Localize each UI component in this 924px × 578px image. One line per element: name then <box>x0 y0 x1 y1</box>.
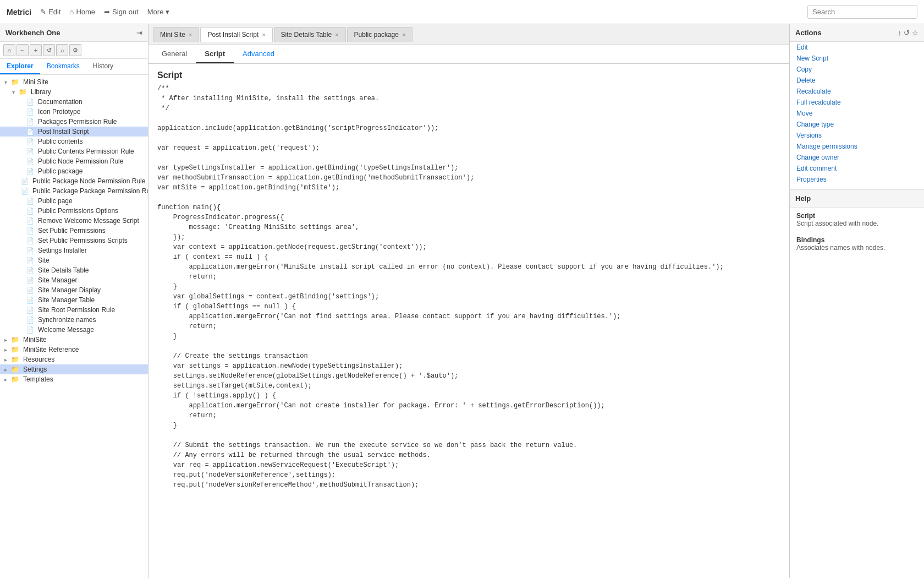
home-nav-item[interactable]: ⌂ Home <box>70 8 96 16</box>
toolbar-refresh-button[interactable]: ↺ <box>43 44 55 56</box>
action-item-properties[interactable]: Properties <box>790 174 924 185</box>
action-item-edit-comment[interactable]: Edit comment <box>790 163 924 174</box>
action-item-recalculate[interactable]: Recalculate <box>790 86 924 97</box>
expand-icon: ▾ <box>12 89 18 95</box>
tree-item-set-public-perms-scripts[interactable]: 📄Set Public Permissions Scripts <box>0 236 148 246</box>
tab-close-button[interactable]: × <box>189 31 192 38</box>
file-icon: 📄 <box>26 148 34 155</box>
edit-icon: ✎ <box>40 8 46 16</box>
tree-item-public-package-package-perm[interactable]: 📄Public Package Package Permission Rule <box>0 186 148 196</box>
tree-item-site-manager-table[interactable]: 📄Site Manager Table <box>0 295 148 305</box>
tree-item-settings[interactable]: ▸📁Settings <box>0 364 148 374</box>
tree-item-label: Icon Prototype <box>38 108 80 116</box>
content-tab-mini-site[interactable]: Mini Site× <box>153 27 199 42</box>
file-icon: 📄 <box>26 326 34 334</box>
tab-explorer[interactable]: Explorer <box>0 59 40 74</box>
tree-item-packages-perm-rule[interactable]: 📄Packages Permission Rule <box>0 117 148 127</box>
action-item-edit[interactable]: Edit <box>790 42 924 53</box>
tree-item-public-perms-options[interactable]: 📄Public Permissions Options <box>0 206 148 216</box>
tree-item-public-node-perm-rule[interactable]: 📄Public Node Permission Rule <box>0 156 148 166</box>
action-item-change-type[interactable]: Change type <box>790 119 924 130</box>
expand-icon: ▸ <box>4 337 10 343</box>
action-item-change-owner[interactable]: Change owner <box>790 152 924 163</box>
more-nav-item[interactable]: More ▾ <box>147 8 170 16</box>
tree-item-settings-installer[interactable]: 📄Settings Installer <box>0 246 148 255</box>
tree-item-label: Set Public Permissions <box>38 227 106 235</box>
tree-item-set-public-perms[interactable]: 📄Set Public Permissions <box>0 226 148 236</box>
tree-item-minisite-reference[interactable]: ▸📁MiniSite Reference <box>0 345 148 355</box>
tree-item-mini-site-root[interactable]: ▾📁Mini Site <box>0 77 148 87</box>
tree-item-public-contents[interactable]: 📄Public contents <box>0 137 148 146</box>
tree-item-label: Settings Installer <box>38 247 87 254</box>
tree-item-public-contents-perm-rule[interactable]: 📄Public Contents Permission Rule <box>0 146 148 156</box>
script-editor[interactable]: /** * After installing MiniSite, install… <box>148 84 789 578</box>
sidebar-export-icon[interactable]: ⇥ <box>136 29 142 37</box>
tree-item-label: Mini Site <box>23 78 48 86</box>
action-item-new-script[interactable]: New Script <box>790 53 924 64</box>
content-tab-public-package[interactable]: Public package× <box>347 27 413 42</box>
tab-close-button[interactable]: × <box>402 31 405 38</box>
folder-icon: 📁 <box>11 346 19 353</box>
tab-close-button[interactable]: × <box>335 31 338 38</box>
actions-upload-icon[interactable]: ↑ <box>898 29 902 37</box>
file-icon: 📄 <box>26 108 34 116</box>
tab-bookmarks[interactable]: Bookmarks <box>40 59 86 74</box>
tree-item-label: Public package <box>38 167 82 175</box>
content-tab-site-details-table[interactable]: Site Details Table× <box>274 27 346 42</box>
sidebar-tabs: Explorer Bookmarks History <box>0 59 148 75</box>
sub-tab-advanced[interactable]: Advanced <box>234 45 283 63</box>
toolbar-back-button[interactable]: ← <box>16 44 29 56</box>
search-input[interactable] <box>807 5 917 19</box>
tree-item-minisite[interactable]: ▸📁MiniSite <box>0 335 148 345</box>
tree-item-post-install-script[interactable]: 📄Post Install Script <box>0 127 148 137</box>
actions-star-icon[interactable]: ☆ <box>912 29 919 37</box>
tree-item-icon-prototype[interactable]: 📄Icon Prototype <box>0 107 148 117</box>
toolbar-home-button[interactable]: ⌂ <box>3 44 15 56</box>
script-section-title: Script <box>148 64 789 84</box>
action-item-move[interactable]: Move <box>790 108 924 119</box>
sub-tab-script[interactable]: Script <box>196 45 234 63</box>
tree-item-resources[interactable]: ▸📁Resources <box>0 355 148 364</box>
action-item-delete[interactable]: Delete <box>790 75 924 86</box>
tree-item-label: Public Package Package Permission Rule <box>32 187 148 195</box>
action-item-manage-permissions[interactable]: Manage permissions <box>790 141 924 152</box>
tree-item-label: Site Manager Table <box>38 296 95 304</box>
file-icon: 📄 <box>26 99 34 106</box>
signout-nav-item[interactable]: ➦ Sign out <box>104 8 139 16</box>
tree-item-site-root-perm-rule[interactable]: 📄Site Root Permission Rule <box>0 305 148 315</box>
content-tab-post-install-script[interactable]: Post Install Script× <box>200 27 272 42</box>
tree-item-site-manager[interactable]: 📄Site Manager <box>0 275 148 285</box>
tree-item-site[interactable]: 📄Site <box>0 255 148 265</box>
toolbar-settings-button[interactable]: ⚙ <box>69 44 81 56</box>
sidebar-toolbar: ⌂ ← + ↺ ⌕ ⚙ <box>0 42 148 59</box>
tree-item-site-details-table[interactable]: 📄Site Details Table <box>0 265 148 275</box>
sub-tab-general[interactable]: General <box>153 45 196 63</box>
edit-nav-item[interactable]: ✎ Edit <box>40 8 61 16</box>
tab-close-button[interactable]: × <box>262 31 265 38</box>
tree-item-remove-welcome-msg[interactable]: 📄Remove Welcome Message Script <box>0 216 148 226</box>
tree-item-public-page[interactable]: 📄Public page <box>0 196 148 206</box>
tree-item-welcome-message[interactable]: 📄Welcome Message <box>0 325 148 335</box>
tree-item-documentation[interactable]: 📄Documentation <box>0 97 148 107</box>
file-icon: 📄 <box>26 247 34 254</box>
tree-item-synchronize-names[interactable]: 📄Synchronize names <box>0 315 148 325</box>
tree-item-label: Site Manager Display <box>38 286 101 294</box>
action-item-versions[interactable]: Versions <box>790 130 924 141</box>
help-section-script-help: ScriptScript associated with node. <box>790 208 924 232</box>
tree-item-library[interactable]: ▾📁Library <box>0 87 148 97</box>
action-item-full-recalculate[interactable]: Full recalculate <box>790 97 924 108</box>
toolbar-search-button[interactable]: ⌕ <box>56 44 68 56</box>
file-icon: 📄 <box>26 208 34 215</box>
home-icon: ⌂ <box>70 8 74 16</box>
tree-item-public-package[interactable]: 📄Public package <box>0 166 148 176</box>
tree-item-site-manager-display[interactable]: 📄Site Manager Display <box>0 285 148 295</box>
folder-icon: 📁 <box>11 356 19 363</box>
action-item-copy[interactable]: Copy <box>790 64 924 75</box>
toolbar-add-button[interactable]: + <box>30 44 42 56</box>
actions-header-icons: ↑ ↺ ☆ <box>898 29 919 37</box>
tree-item-templates[interactable]: ▸📁Templates <box>0 374 148 384</box>
tab-history[interactable]: History <box>86 59 120 74</box>
tree-item-public-package-node-perm[interactable]: 📄Public Package Node Permission Rule <box>0 176 148 186</box>
actions-reload-icon[interactable]: ↺ <box>904 29 910 37</box>
file-icon: 📄 <box>26 118 34 126</box>
